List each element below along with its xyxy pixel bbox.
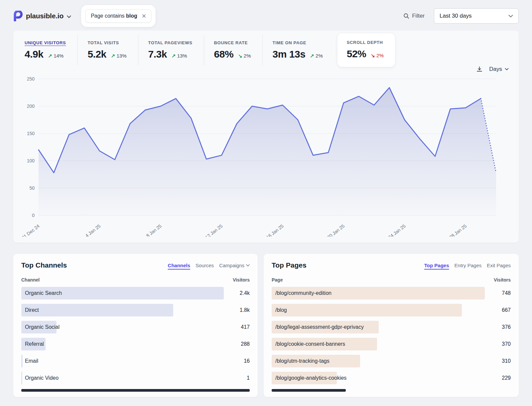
table-row-organic-search[interactable]: Organic Search2.4k [21, 287, 250, 300]
table-row-organic-social[interactable]: Organic Social417 [21, 321, 250, 333]
site-switcher[interactable]: plausible.io [13, 11, 71, 21]
table-row-referral[interactable]: Referral288 [21, 338, 250, 350]
row-label: /blog/cookie-consent-banners [275, 341, 345, 347]
row-visitors: 2.4k [224, 290, 250, 296]
tab-entry-pages[interactable]: Entry Pages [455, 263, 482, 268]
tab-campaigns[interactable]: Campaigns [219, 263, 250, 268]
chevron-down-icon [246, 264, 250, 267]
search-icon [403, 13, 409, 19]
row-label: /blog/google-analytics-cookies [275, 375, 346, 381]
row-visitors: 370 [485, 341, 511, 347]
svg-text:100: 100 [27, 158, 35, 163]
channels-table: Organic Search2.4kDirect1.8kOrganic Soci… [21, 287, 250, 384]
row-label: /blog [275, 307, 287, 313]
partial-row-cutoff [272, 389, 346, 392]
tab-label: Exit Pages [487, 263, 511, 268]
svg-text:8 Jan 25: 8 Jan 25 [145, 223, 163, 237]
chart-controls: Days [13, 66, 519, 73]
trend-up-icon: ↗ [48, 53, 52, 59]
plausible-logo-icon [13, 11, 23, 21]
trend-up-icon: ↗ [310, 53, 314, 59]
table-row-blog[interactable]: /blog667 [272, 304, 511, 316]
channel-column-header: Channel [21, 277, 40, 283]
bar-cell: Referral [21, 338, 224, 350]
stat-label: SCROLL DEPTH [347, 40, 384, 45]
table-row-blog-cookie-consent-banners[interactable]: /blog/cookie-consent-banners370 [272, 338, 511, 350]
stat-bounce-rate[interactable]: BOUNCE RATE68%↘ 2% [204, 35, 262, 65]
stat-value: 52% [347, 48, 366, 60]
table-row-email[interactable]: Email16 [21, 355, 250, 367]
table-row-direct[interactable]: Direct1.8k [21, 304, 250, 316]
tab-label: Top Pages [424, 263, 449, 268]
trend-up-icon: ↗ [111, 53, 115, 59]
svg-text:28 Jan 25: 28 Jan 25 [448, 223, 467, 237]
table-row-organic-video[interactable]: Organic Video1 [21, 372, 250, 384]
stat-value: 3m 13s [273, 49, 306, 60]
svg-text:150: 150 [27, 131, 35, 136]
table-row-blog-utm-tracking-tags[interactable]: /blog/utm-tracking-tags310 [272, 355, 511, 367]
row-label: Organic Video [25, 375, 59, 381]
stat-change: ↗ 13% [111, 53, 127, 59]
tab-exit-pages[interactable]: Exit Pages [487, 263, 511, 268]
svg-text:50: 50 [29, 185, 35, 191]
svg-text:31 Dec 24: 31 Dec 24 [21, 223, 41, 237]
stat-time-on-page[interactable]: TIME ON PAGE3m 13s↗ 2% [262, 35, 334, 65]
filter-button[interactable]: Filter [403, 13, 425, 19]
svg-text:200: 200 [27, 103, 35, 109]
stat-scroll-depth[interactable]: SCROLL DEPTH52%↘ 2% [337, 33, 395, 67]
bottom-cards: Top Channels ChannelsSourcesCampaigns Ch… [13, 254, 519, 397]
stat-value: 5.2k [87, 49, 106, 60]
top-channels-head: Top Channels ChannelsSourcesCampaigns [21, 261, 250, 269]
stat-unique-visitors[interactable]: UNIQUE VISITORS4.9k↗ 14% [13, 35, 77, 65]
row-visitors: 1.8k [224, 307, 250, 313]
page-column-header: Page [272, 277, 283, 283]
stat-label: TOTAL PAGEVIEWS [148, 40, 193, 45]
stat-label: TOTAL VISITS [87, 40, 126, 45]
visitors-chart[interactable]: 05010015020025031 Dec 244 Jan 258 Jan 25… [13, 73, 519, 238]
row-visitors: 417 [224, 324, 250, 330]
stat-total-pageviews[interactable]: TOTAL PAGEVIEWS7.3k↗ 13% [138, 35, 204, 65]
download-icon[interactable] [476, 66, 483, 73]
row-visitors: 229 [485, 375, 511, 381]
bar-cell: Direct [21, 304, 224, 316]
visitors-chart-svg: 05010015020025031 Dec 244 Jan 258 Jan 25… [18, 74, 501, 237]
tab-channels[interactable]: Channels [168, 263, 191, 268]
interval-picker[interactable]: Days [489, 66, 509, 73]
filter-button-label: Filter [412, 13, 425, 19]
bar-cell: /blog/google-analytics-cookies [272, 372, 485, 384]
bar-cell: Organic Search [21, 287, 224, 300]
svg-text:16 Jan 25: 16 Jan 25 [265, 223, 284, 237]
tab-label: Campaigns [219, 263, 244, 268]
filter-pill[interactable]: Page contains blog [85, 9, 151, 23]
trend-up-icon: ↗ [172, 53, 176, 59]
top-pages-card: Top Pages Top PagesEntry PagesExit Pages… [264, 254, 519, 397]
stat-total-visits[interactable]: TOTAL VISITS5.2k↗ 13% [77, 35, 138, 65]
row-label: /blog/legal-assessment-gdpr-eprivacy [275, 324, 364, 330]
filter-pill-text: Page contains blog [91, 13, 137, 19]
tab-top-pages[interactable]: Top Pages [424, 263, 449, 268]
row-label: Organic Social [25, 324, 60, 330]
bar-cell: /blog/utm-tracking-tags [272, 355, 485, 367]
row-label: Organic Search [25, 290, 62, 296]
pages-table-header: Page Visitors [272, 277, 511, 283]
top-channels-title: Top Channels [21, 261, 67, 269]
table-row-blog-community-edition[interactable]: /blog/community-edition748 [272, 287, 511, 300]
tab-label: Sources [196, 263, 214, 268]
chevron-down-icon [67, 15, 71, 18]
row-label: /blog/utm-tracking-tags [275, 358, 330, 364]
bar-cell: /blog [272, 304, 485, 316]
stat-value: 7.3k [148, 49, 167, 60]
svg-text:4 Jan 25: 4 Jan 25 [84, 223, 101, 237]
svg-text:250: 250 [27, 76, 35, 82]
date-range-picker[interactable]: Last 30 days [434, 8, 519, 24]
partial-row-cutoff [21, 389, 250, 392]
value-bar [21, 355, 23, 367]
bar-cell: Organic Social [21, 321, 224, 333]
row-visitors: 376 [485, 324, 511, 330]
dashboard-top-card: UNIQUE VISITORS4.9k↗ 14%TOTAL VISITS5.2k… [13, 31, 519, 243]
visitors-column-header: Visitors [494, 277, 511, 283]
close-icon[interactable] [142, 14, 146, 18]
tab-sources[interactable]: Sources [196, 263, 214, 268]
table-row-blog-google-analytics-cookies[interactable]: /blog/google-analytics-cookies229 [272, 372, 511, 384]
table-row-blog-legal-assessment-gdpr-eprivacy[interactable]: /blog/legal-assessment-gdpr-eprivacy376 [272, 321, 511, 333]
